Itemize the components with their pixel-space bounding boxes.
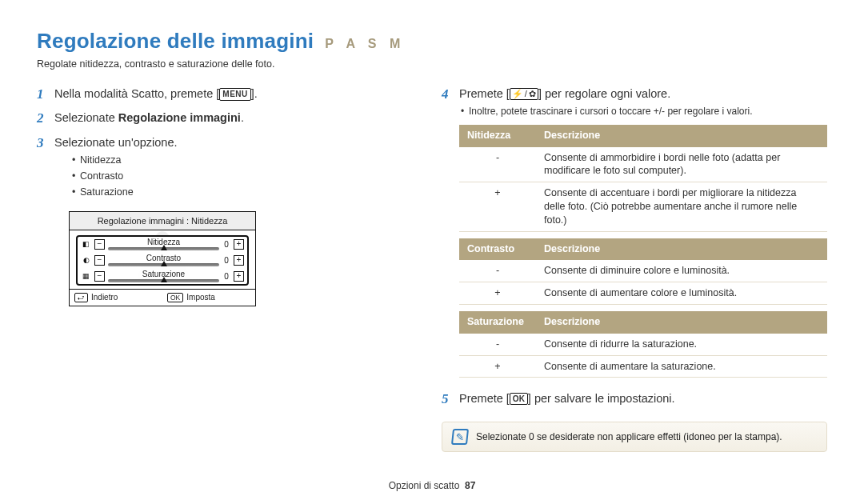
cell-text: Consente di ammorbidire i bordi nelle fo…	[536, 147, 827, 182]
note-box: ✎ Selezionate 0 se desiderate non applic…	[442, 422, 827, 452]
plus-button[interactable]: +	[234, 239, 244, 250]
cell-sign: +	[459, 355, 536, 378]
cell-text: Consente di accentuare i bordi per migli…	[536, 182, 827, 232]
slider-thumb-icon	[161, 277, 167, 282]
minus-button[interactable]: −	[94, 255, 105, 266]
slider-row-contrasto: ◐ − Contrasto 0 +	[78, 252, 247, 268]
table-row: - Consente di ammorbidire i bordi nelle …	[459, 147, 827, 182]
step-1-text-post: ].	[251, 87, 258, 100]
slider-value: 0	[222, 240, 230, 249]
th-descrizione: Descrizione	[536, 125, 827, 147]
step-2-text-pre: Selezionate	[54, 111, 118, 124]
page-subtitle: Regolate nitidezza, contrasto e saturazi…	[37, 58, 827, 70]
th-saturazione: Saturazione	[459, 311, 536, 334]
step-4-pre: Premete [	[459, 87, 510, 100]
table-nitidezza: Nitidezza Descrizione - Consente di ammo…	[459, 125, 827, 232]
slider-track[interactable]	[108, 247, 219, 250]
step-4: Premete [⚡/✿] per regolare ogni valore. …	[442, 86, 827, 378]
slider-row-saturazione: ▦ − Saturazione 0 +	[78, 268, 247, 284]
cell-sign: +	[459, 182, 536, 232]
step-2-bold: Regolazione immagini	[118, 111, 241, 124]
note-text: Selezionate 0 se desiderate non applicar…	[476, 431, 782, 442]
sharpness-row-icon: ◧	[81, 240, 91, 249]
ok-key-icon: OK	[510, 393, 528, 405]
macro-icon: ✿	[529, 89, 536, 99]
note-icon: ✎	[451, 429, 469, 445]
cell-sign: -	[459, 260, 536, 282]
saturation-row-icon: ▦	[81, 272, 91, 281]
slider-value: 0	[222, 272, 230, 281]
step-3: Selezionate un'opzione. Nitidezza Contra…	[37, 134, 405, 200]
option-contrasto: Contrasto	[72, 168, 405, 184]
menu-icon: MENU	[219, 88, 250, 101]
step-1: Nella modalità Scatto, premete [MENU].	[37, 86, 405, 102]
table-row: - Consente di ridurre la saturazione.	[459, 334, 827, 355]
th-descrizione: Descrizione	[536, 311, 827, 334]
cell-text: Consente di ridurre la saturazione.	[536, 334, 827, 355]
step-1-text-pre: Nella modalità Scatto, premete [	[54, 87, 219, 100]
contrast-row-icon: ◐	[81, 256, 91, 265]
mode-letters: P A S M	[325, 37, 405, 51]
step-4-note: Inoltre, potete trascinare i cursori o t…	[459, 105, 827, 118]
table-row: + Consente di aumentare la saturazione.	[459, 355, 827, 378]
option-nitidezza: Nitidezza	[72, 152, 405, 168]
step-2: Selezionate Regolazione immagini.	[37, 110, 405, 126]
table-row: + Consente di accentuare i bordi per mig…	[459, 182, 827, 232]
slider-track[interactable]	[108, 279, 219, 282]
slider-track[interactable]	[108, 263, 219, 266]
slider-thumb-icon	[161, 245, 167, 250]
step-5-pre: Premete [	[459, 392, 510, 405]
cell-text: Consente di aumentare colore e luminosit…	[536, 282, 827, 305]
lcd-ok-label: Imposta	[186, 293, 215, 302]
table-saturazione: Saturazione Descrizione - Consente di ri…	[459, 311, 827, 378]
minus-button[interactable]: −	[94, 271, 105, 282]
cell-sign: +	[459, 282, 536, 305]
page-title: Regolazione delle immagini	[37, 29, 314, 54]
step-4-post: ] per regolare ogni valore.	[538, 87, 670, 100]
th-contrasto: Contrasto	[459, 238, 536, 261]
slider-row-nitidezza: ◧ − Nitidezza 0 +	[78, 237, 247, 252]
footer-section: Opzioni di scatto	[389, 480, 460, 491]
table-contrasto: Contrasto Descrizione - Consente di dimi…	[459, 238, 827, 305]
minus-button[interactable]: −	[94, 239, 105, 250]
option-saturazione: Saturazione	[72, 184, 405, 200]
flash-macro-icon: ⚡/✿	[510, 88, 538, 100]
back-key-icon: ⮐	[74, 293, 88, 302]
plus-button[interactable]: +	[234, 271, 244, 282]
th-nitidezza: Nitidezza	[459, 125, 536, 147]
plus-button[interactable]: +	[234, 255, 244, 266]
slider-thumb-icon	[161, 261, 167, 266]
cell-text: Consente di diminuire colore e luminosit…	[536, 260, 827, 282]
step-2-text-post: .	[241, 111, 244, 124]
ok-key-icon: OK	[167, 293, 183, 302]
lcd-preview: Regolazione immagini : Nitidezza ◧ − Nit…	[69, 211, 256, 306]
cell-sign: -	[459, 147, 536, 182]
lcd-back-label: Indietro	[91, 293, 118, 302]
cell-text: Consente di aumentare la saturazione.	[536, 355, 827, 378]
flash-icon: ⚡	[512, 89, 523, 99]
slider-value: 0	[222, 256, 230, 265]
step-5: Premete [OK] per salvare le impostazioni…	[442, 390, 827, 406]
footer-page-number: 87	[465, 480, 475, 491]
page-footer: Opzioni di scatto 87	[0, 480, 864, 491]
table-row: + Consente di aumentare colore e luminos…	[459, 282, 827, 305]
table-row: - Consente di diminuire colore e luminos…	[459, 260, 827, 282]
th-descrizione: Descrizione	[536, 238, 827, 261]
step-3-text: Selezionate un'opzione.	[54, 136, 178, 149]
cell-sign: -	[459, 334, 536, 355]
step-5-post: ] per salvare le impostazioni.	[528, 392, 675, 405]
